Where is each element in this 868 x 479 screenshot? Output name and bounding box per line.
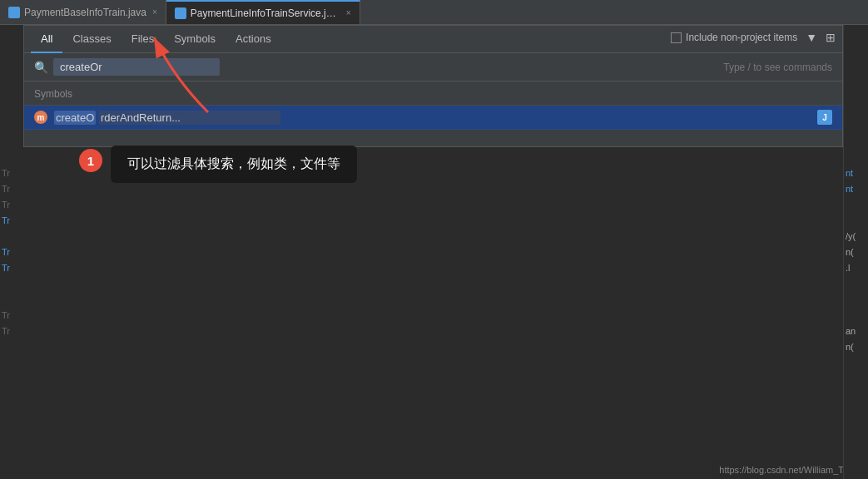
filter-tab-all[interactable]: All (31, 26, 62, 53)
result-method-icon: m (34, 111, 47, 124)
search-popup: All Classes Files Symbols Actions Includ… (23, 25, 843, 147)
tab-2-icon (175, 7, 186, 19)
left-line-1: Tr (0, 165, 23, 180)
left-line-3: Tr (0, 196, 23, 212)
tooltip-box: 可以过滤具体搜索，例如类，文件等 (111, 146, 357, 183)
right-line-9: n( (844, 338, 868, 354)
right-line-1: nt (844, 165, 868, 180)
include-label-text: Include non-project items (686, 32, 797, 43)
step-badge: 1 (79, 149, 102, 172)
tab-2-close[interactable]: × (346, 8, 351, 17)
search-magnifier-icon: 🔍 (34, 61, 48, 74)
left-edge-code: Tr Tr Tr Tr Tr Tr Tr Tr (0, 25, 23, 479)
symbols-label: Symbols (34, 88, 72, 100)
left-line-6: Tr (0, 244, 23, 259)
filter-tabs-row: All Classes Files Symbols Actions Includ… (24, 26, 842, 53)
left-line-7: Tr (0, 259, 23, 275)
left-line-4: Tr (0, 212, 23, 228)
include-checkbox[interactable] (671, 32, 682, 43)
filter-tab-files[interactable]: Files (122, 26, 164, 53)
result-text: createO rderAndReturn... (54, 111, 817, 124)
tab-1[interactable]: PaymentBaseInfoTrain.java × (0, 0, 166, 24)
left-line-5 (0, 228, 23, 244)
url-text: https://blog.csdn.net/William_TWG (719, 465, 860, 475)
search-input[interactable] (53, 58, 220, 76)
result-row[interactable]: m createO rderAndReturn... J (24, 106, 842, 130)
tab-2[interactable]: PaymentLineInfoTrainService.java × (166, 0, 360, 24)
tab-1-icon (8, 7, 20, 18)
search-row: 🔍 Type / to see commands (24, 53, 842, 81)
filter-tab-classes[interactable]: Classes (62, 26, 121, 53)
right-edge-code: nt nt /y( n( .l an n( (843, 25, 868, 479)
right-line-5: n( (844, 244, 868, 259)
filter-tab-actions[interactable]: Actions (226, 26, 281, 53)
search-hint: Type / to see commands (723, 62, 832, 73)
left-line-10: Tr (0, 323, 23, 338)
tab-2-label: PaymentLineInfoTrainService.java (191, 7, 340, 19)
right-line-8: an (844, 323, 868, 338)
symbols-section-header: Symbols (24, 81, 842, 106)
filter-funnel-icon[interactable]: ▼ (806, 31, 817, 44)
results-empty-area (24, 130, 842, 146)
tab-1-close[interactable]: × (152, 7, 157, 17)
filter-right-controls: Include non-project items ▼ ⊞ (671, 26, 836, 52)
filter-tab-symbols[interactable]: Symbols (164, 26, 226, 53)
tab-1-label: PaymentBaseInfoTrain.java (24, 7, 146, 18)
right-line-4: /y( (844, 228, 868, 244)
tooltip-container: 1 可以过滤具体搜索，例如类，文件等 (79, 146, 357, 183)
left-line-8 (0, 275, 23, 307)
result-tail-badge: J (817, 110, 832, 125)
layout-icon[interactable]: ⊞ (826, 31, 836, 44)
right-line-2: nt (844, 180, 868, 196)
include-non-project-label[interactable]: Include non-project items (671, 32, 797, 43)
right-line-6: .l (844, 259, 868, 275)
left-line-9: Tr (0, 307, 23, 323)
right-line-7 (844, 275, 868, 323)
left-line-2: Tr (0, 180, 23, 196)
right-line-3 (844, 196, 868, 228)
